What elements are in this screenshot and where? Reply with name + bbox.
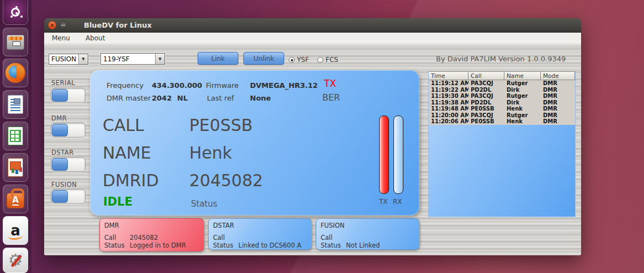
log-cell: DMR — [541, 118, 575, 125]
log-cell: PE0SSB — [469, 106, 504, 112]
dmrid-value: 2045082 — [189, 171, 263, 190]
call-value: PE0SSB — [189, 116, 253, 135]
log-table-row[interactable]: 11:19:38 AMPD2DLDirkDMR — [429, 99, 575, 106]
card-status-label: Status — [321, 242, 341, 249]
link-button[interactable]: Link — [198, 52, 238, 65]
minimize-button[interactable]: − — [59, 21, 67, 29]
log-cell: Henk — [504, 118, 541, 125]
state-indicator: IDLE — [103, 195, 132, 208]
last-ref-value: None — [250, 94, 271, 102]
log-table-row[interactable]: 11:20:00 AMPA3CQJRutgerDMR — [429, 112, 575, 119]
window-titlebar[interactable]: × − BlueDV for Linux — [44, 18, 581, 33]
dmr-switch-label: DMR — [51, 114, 67, 122]
dmr-master-value: 2042 — [152, 94, 172, 102]
log-table-row[interactable]: 11:19:30 AMPA3CQJRutgerDMR — [429, 93, 575, 99]
log-cell: PD2DL — [469, 87, 504, 93]
log-cell: PE0SSB — [469, 118, 504, 125]
radio-dot-icon — [317, 57, 323, 63]
minimize-icon: − — [61, 23, 66, 28]
log-cell: PD2DL — [469, 99, 504, 106]
unlink-button[interactable]: Unlink — [243, 52, 284, 65]
ysf-radio-label: YSF — [297, 56, 309, 64]
card-status-label: Status — [213, 242, 233, 249]
bluedv-window: × − BlueDV for Linux Menu About FUSION ▼… — [44, 18, 581, 255]
fcs-radio-label: FCS — [326, 56, 338, 64]
card-status-label: Status — [104, 242, 125, 249]
log-table: Time Call Name Mode 11:19:12 AMPA3CQJRut… — [428, 71, 576, 217]
libreoffice-impress-icon — [8, 158, 23, 177]
dmrid-label: DMRID — [103, 171, 159, 190]
close-button[interactable]: × — [48, 21, 56, 29]
log-cell: Rutger — [504, 80, 541, 87]
column-header-call[interactable]: Call — [469, 72, 504, 80]
status-label: Status — [191, 199, 217, 209]
mode-select-value: FUSION — [49, 55, 78, 63]
launcher-item-writer[interactable] — [3, 90, 28, 119]
dstar-toggle[interactable] — [51, 157, 86, 172]
log-cell: Henk — [504, 106, 541, 112]
launcher-item-amazon[interactable]: a — [3, 216, 28, 245]
serial-toggle[interactable] — [51, 88, 86, 103]
room-select[interactable]: 119-YSF ▼ — [100, 53, 165, 65]
launcher-item-firefox[interactable] — [3, 59, 28, 87]
window-content: FUSION ▼ 119-YSF ▼ Link Unlink YSF FCS B… — [44, 44, 581, 255]
amazon-icon: a — [10, 225, 20, 236]
log-cell: Dirk — [504, 99, 541, 106]
dmr-master-label: DMR master — [107, 94, 151, 102]
ysf-radio[interactable]: YSF — [289, 56, 309, 64]
tx-meter-label: TX — [379, 198, 388, 206]
dmr-status-card: DMR Call 2045082 Status Logged in to DMR — [99, 218, 204, 251]
log-cell: Dirk — [504, 87, 541, 93]
menu-item-about[interactable]: About — [78, 34, 113, 42]
rx-meter-bar — [393, 116, 403, 194]
dstar-switch-label: DSTAR — [51, 149, 74, 156]
chevron-down-icon[interactable]: ▼ — [78, 54, 88, 64]
launcher-item-dash[interactable] — [3, 0, 28, 25]
log-table-row[interactable]: 11:19:22 AMPD2DLDirkDMR — [429, 87, 575, 93]
launcher-item-calc[interactable] — [3, 122, 28, 150]
card-call-label: Call — [104, 234, 116, 242]
log-cell: 11:19:12 AM — [429, 80, 469, 87]
last-ref-label: Last ref — [207, 94, 234, 102]
launcher-item-impress[interactable] — [3, 153, 28, 182]
column-header-mode[interactable]: Mode — [541, 72, 575, 80]
dmr-toggle[interactable] — [51, 123, 86, 138]
firmware-label: Firmware — [206, 81, 239, 90]
close-icon: × — [50, 22, 54, 28]
call-label: CALL — [103, 116, 144, 135]
card-title: DMR — [104, 222, 119, 229]
libreoffice-calc-icon — [8, 127, 23, 145]
name-value: Henk — [189, 143, 232, 162]
log-cell: DMR — [541, 99, 575, 106]
column-header-time[interactable]: Time — [429, 72, 469, 80]
log-cell: PA3CQJ — [469, 112, 504, 119]
column-header-name[interactable]: Name — [504, 72, 541, 80]
card-call-value: 2045082 — [130, 234, 158, 242]
launcher-item-settings[interactable]: ⚙ — [3, 248, 28, 273]
log-table-row[interactable]: 11:19:12 AMPA3CQJRutgerDMR — [429, 80, 575, 87]
software-center-icon: A — [7, 193, 24, 208]
launcher-item-software-center[interactable]: A — [3, 185, 28, 213]
mode-select[interactable]: FUSION ▼ — [49, 54, 88, 65]
log-table-row[interactable]: 11:19:48 AMPE0SSBHenkDMR — [429, 106, 575, 112]
log-cell: PA3CQJ — [469, 93, 504, 99]
ber-indicator: BER — [322, 92, 340, 103]
launcher-item-files[interactable] — [3, 28, 28, 56]
menu-item-menu[interactable]: Menu — [44, 34, 78, 42]
name-label: NAME — [103, 143, 151, 162]
log-cell: 11:19:48 AM — [429, 106, 469, 112]
log-cell: DMR — [541, 112, 575, 119]
log-table-body: 11:19:12 AMPA3CQJRutgerDMR11:19:22 AMPD2… — [429, 80, 575, 125]
radio-dot-icon — [289, 57, 295, 63]
log-cell: 11:19:30 AM — [429, 93, 469, 99]
card-status-value: Logged in to DMR — [130, 242, 186, 249]
fusion-switch-label: FUSION — [51, 181, 77, 188]
log-table-row[interactable]: 11:20:06 AMPE0SSBHenkDMR — [429, 118, 575, 125]
fcs-radio[interactable]: FCS — [317, 56, 338, 64]
card-title: DSTAR — [213, 222, 234, 229]
frequency-value: 434.300.000 — [152, 81, 202, 90]
fusion-toggle[interactable] — [51, 189, 86, 204]
chevron-down-icon[interactable]: ▼ — [155, 54, 164, 64]
card-call-label: Call — [321, 234, 332, 242]
tx-meter-bar — [379, 116, 389, 194]
